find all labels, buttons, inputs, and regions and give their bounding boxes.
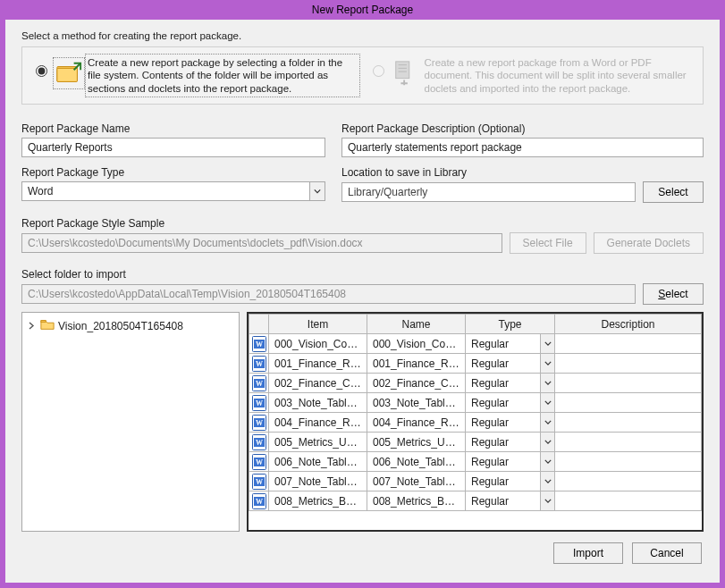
cell-name[interactable]: 007_Note_Table_1 (367, 472, 466, 491)
title-bar[interactable]: New Report Package (5, 4, 720, 20)
cell-type[interactable]: Regular (466, 354, 555, 374)
cell-item[interactable]: 001_Finance_Re... (269, 354, 367, 374)
cell-item[interactable]: 006_Note_Table... (269, 452, 367, 472)
grid-header-type[interactable]: Type (466, 315, 555, 334)
table-row[interactable]: W000_Vision_Corp...000_Vision_Corp...Reg… (249, 334, 702, 354)
chevron-down-icon[interactable] (540, 354, 554, 373)
label-package-name: Report Package Name (21, 122, 325, 135)
table-row[interactable]: W003_Note_Table...003_Note_Table_1Regula… (249, 393, 702, 413)
instruction-label: Select a method for creating the report … (21, 29, 704, 46)
word-doc-icon: W (249, 334, 269, 354)
cell-name[interactable]: 002_Finance_Co... (367, 374, 466, 393)
cancel-button[interactable]: Cancel (632, 542, 702, 564)
import-button[interactable]: Import (553, 542, 623, 564)
method-from-document-radio[interactable] (373, 65, 384, 77)
chevron-down-icon[interactable] (540, 472, 554, 491)
cell-description[interactable] (555, 413, 702, 433)
cell-name[interactable]: 008_Metrics_Bac... (367, 491, 466, 511)
label-style-sample: Report Package Style Sample (21, 217, 704, 230)
cell-description[interactable] (555, 374, 702, 393)
cell-type[interactable]: Regular (466, 433, 555, 452)
cell-item[interactable]: 000_Vision_Corp... (269, 334, 367, 354)
cell-description[interactable] (555, 334, 702, 354)
chevron-down-icon[interactable] (540, 433, 554, 451)
chevron-down-icon[interactable] (309, 181, 325, 201)
table-row[interactable]: W006_Note_Table...006_Note_Table...Regul… (249, 452, 702, 472)
select-location-button[interactable]: Select (643, 181, 704, 203)
table-row[interactable]: W004_Finance_Re...004_Finance_Re...Regul… (249, 413, 702, 433)
input-location[interactable] (341, 182, 636, 202)
cell-type[interactable]: Regular (466, 452, 555, 472)
cell-description[interactable] (555, 433, 702, 452)
import-folder-section: Select folder to import Select (21, 263, 704, 305)
cell-type[interactable]: Regular (466, 472, 555, 491)
table-row[interactable]: W001_Finance_Re...001_Finance_Re...Regul… (249, 354, 702, 374)
creation-method-group: Create a new report package by selecting… (21, 46, 704, 105)
input-package-description[interactable] (341, 138, 704, 157)
grid-header-item[interactable]: Item (269, 315, 367, 334)
svg-text:W: W (256, 478, 263, 486)
chevron-down-icon[interactable] (540, 374, 554, 392)
select-package-type-value[interactable] (21, 181, 309, 201)
chevron-down-icon[interactable] (540, 452, 554, 471)
input-style-sample (21, 233, 502, 253)
select-package-type[interactable] (21, 181, 325, 201)
tree-collapse-icon[interactable] (28, 322, 37, 331)
cell-description[interactable] (555, 491, 702, 511)
cell-name[interactable]: 005_Metrics_Unit... (367, 433, 466, 452)
method-from-folder[interactable]: Create a new report package by selecting… (30, 55, 359, 97)
cell-item[interactable]: 004_Finance_Re... (269, 413, 367, 433)
cell-type[interactable]: Regular (466, 334, 555, 354)
word-doc-icon: W (249, 374, 269, 393)
svg-text:W: W (256, 399, 263, 407)
cell-type[interactable]: Regular (466, 491, 555, 511)
cell-description[interactable] (555, 393, 702, 413)
cell-item[interactable]: 007_Note_Table... (269, 472, 367, 491)
grid-header-name[interactable]: Name (367, 315, 466, 334)
grid-header-icon (249, 315, 269, 334)
doclet-grid[interactable]: Item Name Type Description W000_Vision_C… (247, 312, 704, 532)
cell-type[interactable]: Regular (466, 374, 555, 393)
grid-header-description[interactable]: Description (555, 315, 702, 334)
word-doc-icon: W (249, 413, 269, 433)
input-package-name[interactable] (21, 138, 325, 157)
method-from-folder-radio[interactable] (36, 65, 47, 77)
select-folder-button[interactable]: Select (643, 283, 704, 305)
label-select-folder: Select folder to import (21, 268, 704, 281)
cell-description[interactable] (555, 354, 702, 374)
svg-text:W: W (256, 439, 263, 447)
svg-text:W: W (256, 360, 263, 368)
method-from-document[interactable]: Create a new report package from a Word … (367, 55, 696, 97)
cell-name[interactable]: 001_Finance_Re... (367, 354, 466, 374)
svg-text:W: W (256, 498, 263, 506)
chevron-down-icon[interactable] (540, 334, 554, 353)
chevron-down-icon[interactable] (540, 393, 554, 412)
chevron-down-icon[interactable] (540, 491, 554, 510)
cell-description[interactable] (555, 472, 702, 491)
table-row[interactable]: W005_Metrics_Unit...005_Metrics_Unit...R… (249, 433, 702, 452)
word-doc-icon: W (249, 433, 269, 452)
table-row[interactable]: W002_Finance_Co...002_Finance_Co...Regul… (249, 374, 702, 393)
table-row[interactable]: W008_Metrics_Bac...008_Metrics_Bac...Reg… (249, 491, 702, 511)
cell-name[interactable]: 003_Note_Table_1 (367, 393, 466, 413)
label-location: Location to save in Library (341, 166, 704, 179)
cell-type[interactable]: Regular (466, 393, 555, 413)
cell-name[interactable]: 000_Vision_Corp... (367, 334, 466, 354)
label-package-description: Report Package Description (Optional) (341, 122, 704, 135)
chevron-down-icon[interactable] (540, 413, 554, 432)
cell-name[interactable]: 006_Note_Table... (367, 452, 466, 472)
cell-description[interactable] (555, 452, 702, 472)
tree-root-node[interactable]: Vision_20180504T165408 (28, 316, 233, 335)
cell-item[interactable]: 008_Metrics_Bac... (269, 491, 367, 511)
word-doc-icon: W (249, 354, 269, 374)
method-from-document-desc: Create a new report package from a Word … (425, 56, 695, 95)
cell-type[interactable]: Regular (466, 413, 555, 433)
table-row[interactable]: W007_Note_Table...007_Note_Table_1Regula… (249, 472, 702, 491)
svg-text:W: W (256, 458, 263, 466)
cell-item[interactable]: 003_Note_Table... (269, 393, 367, 413)
cell-item[interactable]: 005_Metrics_Unit... (269, 433, 367, 452)
folder-tree[interactable]: Vision_20180504T165408 (21, 312, 240, 532)
label-package-type: Report Package Type (21, 166, 325, 179)
cell-name[interactable]: 004_Finance_Re... (367, 413, 466, 433)
cell-item[interactable]: 002_Finance_Co... (269, 374, 367, 393)
